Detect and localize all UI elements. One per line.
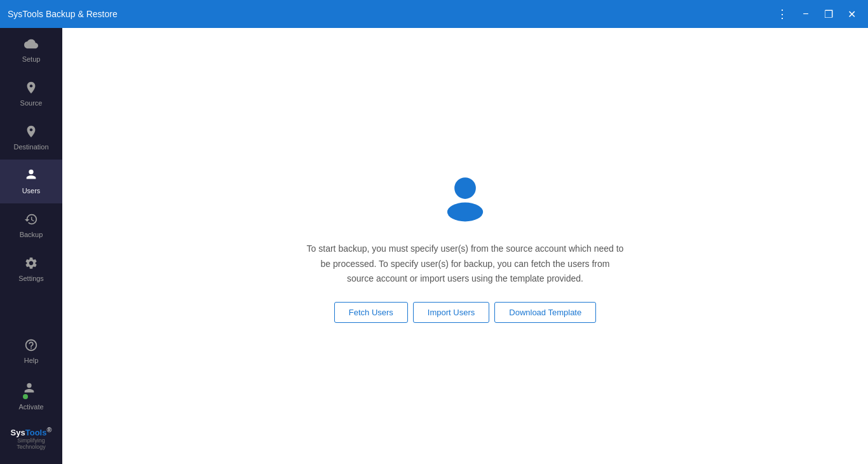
users-icon (24, 168, 38, 184)
fetch-users-button[interactable]: Fetch Users (334, 302, 408, 323)
brand-sub: Simplifying Technology (5, 437, 57, 450)
menu-button[interactable]: ⋮ (773, 4, 792, 24)
destination-label: Destination (13, 143, 48, 151)
help-icon (24, 338, 38, 353)
cloud-icon (24, 37, 38, 52)
activate-label: Activate (18, 403, 43, 411)
brand-name: SysTools® (5, 426, 57, 437)
systools-brand: SysTools® Simplifying Technology (0, 420, 62, 459)
import-users-button[interactable]: Import Users (413, 302, 489, 323)
svg-point-1 (447, 202, 483, 221)
app-body: Setup Source Destination (0, 28, 868, 464)
brand-sys: Sys (11, 428, 25, 437)
sidebar-nav: Setup Source Destination (0, 28, 62, 329)
titlebar: SysTools Backup & Restore ⋮ − ❐ ✕ (0, 0, 868, 28)
svg-point-0 (454, 177, 476, 199)
help-label: Help (24, 357, 39, 364)
sidebar-item-source[interactable]: Source (0, 72, 62, 116)
backup-icon (24, 212, 38, 228)
backup-label: Backup (20, 231, 43, 238)
sidebar-item-destination[interactable]: Destination (0, 116, 62, 160)
window-controls: ⋮ − ❐ ✕ (773, 4, 860, 24)
download-template-button[interactable]: Download Template (494, 302, 596, 323)
action-buttons: Fetch Users Import Users Download Templa… (334, 302, 596, 323)
main-content: To start backup, you must specify user(s… (62, 28, 868, 464)
settings-label: Settings (18, 275, 44, 282)
sidebar-bottom: Help Activate SysTools® Simplifying Tech… (0, 329, 62, 464)
sidebar-item-setup[interactable]: Setup (0, 28, 62, 72)
activate-status-dot (22, 393, 29, 400)
user-illustration-icon (437, 169, 494, 226)
sidebar-item-backup[interactable]: Backup (0, 203, 62, 247)
app-title: SysTools Backup & Restore (8, 9, 773, 19)
sidebar-item-users[interactable]: Users (0, 160, 62, 203)
settings-icon (24, 256, 38, 271)
source-icon (24, 81, 38, 96)
sidebar-item-settings[interactable]: Settings (0, 247, 62, 291)
sidebar-item-activate[interactable]: Activate (0, 373, 62, 420)
destination-icon (24, 125, 38, 140)
users-empty-state: To start backup, you must specify user(s… (306, 169, 624, 323)
minimize-button[interactable]: − (797, 5, 815, 23)
brand-tools: Tools (25, 428, 47, 437)
sidebar: Setup Source Destination (0, 28, 62, 464)
brand-sup: ® (46, 426, 51, 433)
source-label: Source (20, 99, 43, 107)
users-label: Users (22, 187, 41, 194)
empty-state-description: To start backup, you must specify user(s… (306, 242, 624, 287)
close-button[interactable]: ✕ (843, 5, 860, 23)
setup-label: Setup (22, 55, 41, 63)
activate-icon-wrapper (22, 382, 40, 400)
sidebar-item-help[interactable]: Help (0, 329, 62, 373)
maximize-button[interactable]: ❐ (820, 5, 837, 23)
